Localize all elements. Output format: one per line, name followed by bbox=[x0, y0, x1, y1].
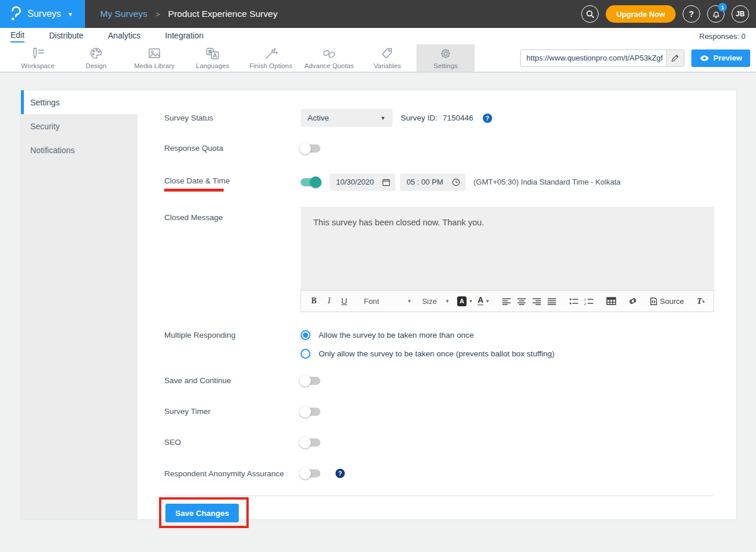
respondent-anonymity-toggle[interactable] bbox=[301, 469, 320, 477]
tab-distribute[interactable]: Distribute bbox=[49, 31, 83, 42]
help-button[interactable]: ? bbox=[683, 5, 700, 23]
toolbar-label: Settings bbox=[433, 62, 458, 69]
multiple-responding-label: Multiple Responding bbox=[164, 328, 301, 359]
font-label: Font bbox=[364, 297, 379, 306]
text-color-button[interactable]: A▼ bbox=[476, 293, 492, 309]
align-center-button[interactable] bbox=[514, 293, 528, 309]
toggle-knob bbox=[299, 468, 311, 479]
survey-timer-label: Survey Timer bbox=[164, 407, 301, 416]
align-left-button[interactable] bbox=[499, 293, 513, 309]
survey-title: Product Experience Survey bbox=[168, 9, 278, 19]
bold-button[interactable]: B bbox=[307, 293, 321, 309]
save-annotation-box: Save Changes bbox=[159, 497, 249, 528]
workspace-icon bbox=[30, 47, 45, 61]
close-date-toggle[interactable] bbox=[301, 178, 320, 186]
numbered-list-button[interactable]: 12 bbox=[582, 293, 596, 309]
close-date-row: Close Date & Time 10/30/2020 05 : 00 PM bbox=[164, 172, 714, 192]
seo-label: SEO bbox=[164, 438, 301, 447]
sidebar-item-settings[interactable]: Settings bbox=[21, 90, 137, 114]
toggle-knob bbox=[299, 143, 311, 154]
align-justify-button[interactable] bbox=[545, 293, 559, 309]
size-label: Size bbox=[422, 297, 437, 306]
survey-status-select[interactable]: Active ▼ bbox=[301, 109, 393, 127]
calendar-icon bbox=[382, 178, 390, 186]
toolbar-item-workspace[interactable]: Workspace bbox=[9, 44, 67, 72]
survey-id-help-icon[interactable]: ? bbox=[483, 114, 492, 123]
remove-format-button[interactable]: Tx bbox=[694, 293, 708, 309]
survey-timer-toggle[interactable] bbox=[301, 408, 320, 416]
table-icon bbox=[606, 297, 616, 305]
save-and-continue-row: Save and Continue bbox=[164, 376, 714, 385]
product-switcher[interactable]: Surveys ▼ bbox=[0, 0, 85, 28]
toolbar-item-settings[interactable]: Settings bbox=[416, 44, 475, 72]
underline-button[interactable]: U bbox=[337, 293, 351, 309]
align-left-icon bbox=[502, 298, 511, 305]
radio-option-multiple[interactable]: Allow the survey to be taken more than o… bbox=[301, 330, 554, 340]
tab-edit[interactable]: Edit bbox=[10, 30, 24, 43]
insert-table-button[interactable] bbox=[604, 293, 618, 309]
toolbar-item-languages[interactable]: Languages bbox=[183, 44, 242, 72]
toolbar-right: Preview bbox=[520, 44, 756, 72]
chevron-down-icon: ▼ bbox=[468, 299, 473, 304]
bullet-list-button[interactable] bbox=[567, 293, 581, 309]
align-right-button[interactable] bbox=[529, 293, 543, 309]
radio-option-once[interactable]: Only allow the survey to be taken once (… bbox=[301, 349, 554, 359]
toolbar-item-finish-options[interactable]: Finish Options bbox=[242, 44, 300, 72]
respondent-anonymity-row: Respondent Anonymity Assurance ? bbox=[164, 469, 714, 478]
toolbar-item-media-library[interactable]: Media Library bbox=[125, 44, 183, 72]
toolbar-label: Advance Quotas bbox=[304, 62, 354, 69]
survey-status-value: Active bbox=[308, 114, 329, 122]
breadcrumb-separator: > bbox=[156, 10, 160, 19]
chevron-down-icon: ▼ bbox=[485, 299, 490, 304]
tab-integration[interactable]: Integration bbox=[165, 31, 203, 42]
size-dropdown[interactable]: Size ▼ bbox=[418, 297, 454, 306]
breadcrumb-my-surveys[interactable]: My Surveys bbox=[100, 9, 147, 19]
rich-text-toolbar: B I U Font ▼ Size ▼ A▼ A▼ bbox=[301, 290, 714, 312]
finish-options-icon bbox=[263, 47, 278, 61]
sidebar-item-security[interactable]: Security bbox=[21, 114, 137, 138]
insert-link-button[interactable] bbox=[626, 293, 640, 309]
timezone-text: (GMT+05:30) India Standard Time - Kolkat… bbox=[474, 178, 621, 186]
close-date-value: 10/30/2020 bbox=[336, 178, 374, 186]
seo-toggle[interactable] bbox=[301, 438, 320, 447]
settings-sidebar: Settings Security Notifications bbox=[21, 90, 137, 519]
section-tabs: Edit Distribute Analytics Integration Re… bbox=[0, 28, 756, 44]
design-palette-icon bbox=[89, 47, 104, 61]
source-label: Source bbox=[660, 297, 684, 306]
radio-unselected-icon bbox=[301, 349, 310, 359]
edit-url-button[interactable] bbox=[666, 50, 684, 66]
settings-gear-icon bbox=[438, 47, 453, 61]
search-button[interactable] bbox=[581, 5, 599, 23]
survey-url-input[interactable] bbox=[521, 50, 666, 66]
preview-button[interactable]: Preview bbox=[691, 49, 750, 67]
sidebar-item-notifications[interactable]: Notifications bbox=[21, 138, 137, 162]
respondent-anonymity-label: Respondent Anonymity Assurance bbox=[164, 469, 301, 478]
closed-message-editor: This survey has been closed now. Thank y… bbox=[301, 207, 714, 312]
tab-analytics[interactable]: Analytics bbox=[108, 31, 140, 42]
save-and-continue-toggle[interactable] bbox=[301, 377, 320, 385]
upgrade-now-button[interactable]: Upgrade Now bbox=[606, 5, 676, 23]
close-time-input[interactable]: 05 : 00 PM bbox=[400, 174, 465, 191]
settings-form: Survey Status Active ▼ Survey ID: 715044… bbox=[137, 90, 737, 519]
toolbar-item-variables[interactable]: Variables bbox=[358, 44, 416, 72]
save-changes-button[interactable]: Save Changes bbox=[165, 504, 239, 522]
search-icon bbox=[586, 10, 595, 19]
svg-text:1: 1 bbox=[584, 298, 587, 301]
link-icon bbox=[628, 297, 638, 305]
anonymity-help-icon[interactable]: ? bbox=[335, 469, 345, 478]
toolbar-label: Finish Options bbox=[249, 62, 292, 69]
source-button[interactable]: Source bbox=[648, 293, 686, 309]
toolbar-item-advance-quotas[interactable]: Advance Quotas bbox=[300, 44, 358, 72]
response-quota-toggle[interactable] bbox=[301, 144, 320, 153]
closed-message-text[interactable]: This survey has been closed now. Thank y… bbox=[301, 207, 714, 290]
radio-selected-icon bbox=[301, 330, 310, 340]
survey-id-label: Survey ID: bbox=[401, 114, 437, 122]
italic-button[interactable]: I bbox=[322, 293, 336, 309]
avatar[interactable]: JB bbox=[732, 5, 749, 23]
close-date-input[interactable]: 10/30/2020 bbox=[330, 174, 395, 191]
font-dropdown[interactable]: Font ▼ bbox=[359, 297, 416, 306]
bg-color-icon: A bbox=[457, 296, 467, 306]
background-color-button[interactable]: A▼ bbox=[455, 293, 475, 309]
toolbar-item-design[interactable]: Design bbox=[67, 44, 125, 72]
notifications-button[interactable]: 1 bbox=[707, 5, 725, 23]
